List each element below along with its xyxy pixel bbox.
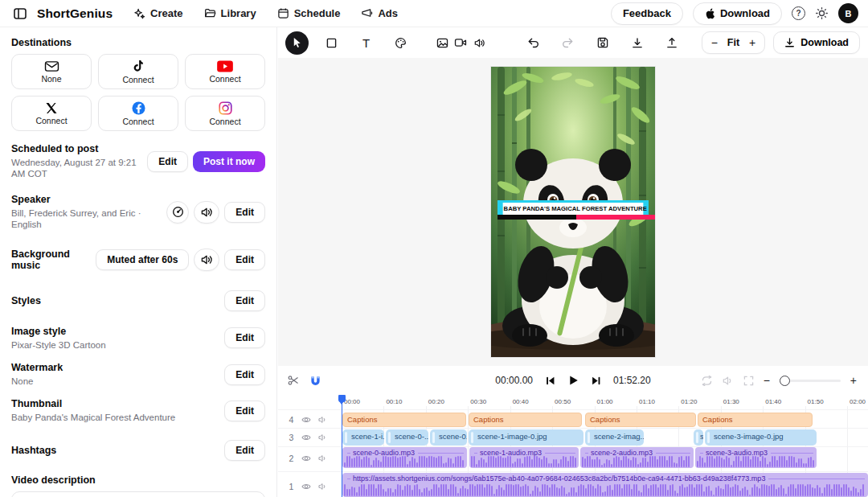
zoom-out-button[interactable]: − (711, 36, 718, 49)
zoom-slider-knob[interactable] (780, 376, 790, 386)
image-clip[interactable]: scene-1-i... (342, 429, 384, 446)
video-description-input[interactable]: Follow an adorable baby panda on an unfo… (11, 491, 265, 497)
audio-clip[interactable]: scene-1-audio.mp3 (469, 447, 579, 468)
brand-title: ShortGenius (37, 6, 113, 21)
help-icon[interactable]: ? (792, 6, 805, 20)
destination-email[interactable]: None (11, 54, 92, 89)
track-volume-icon[interactable] (318, 483, 327, 491)
share-upload-button[interactable] (660, 31, 683, 55)
hashtags-label: Hashtags (11, 445, 224, 456)
volume-icon (201, 254, 213, 265)
track-header-4: 4 (278, 413, 339, 425)
redo-button[interactable] (556, 31, 579, 55)
theme-sun-icon[interactable] (815, 6, 829, 20)
text-tool-button[interactable]: T (354, 31, 378, 55)
add-image-button[interactable] (433, 31, 451, 55)
music-clip[interactable]: https://assets.shortgenius.com/songs/6ab… (342, 473, 868, 497)
track-header-1: 1 (278, 480, 339, 492)
speaker-speed-button[interactable] (166, 201, 189, 224)
loop-icon[interactable] (701, 376, 713, 386)
timeline-zoom-in-button[interactable]: + (850, 374, 857, 387)
music-volume-button[interactable] (194, 249, 219, 271)
image-clip[interactable]: scene-3-image-0.jpg (705, 429, 817, 446)
download-video-button[interactable]: Download (773, 31, 860, 54)
zoom-in-button[interactable]: + (749, 36, 755, 49)
sidebar-toggle-icon[interactable] (10, 3, 31, 24)
ruler-tick-label: 01:30 (723, 398, 739, 405)
image-clip[interactable]: scene-0-... (386, 429, 428, 446)
app-download-button[interactable]: Download (693, 2, 782, 25)
audio-clip[interactable]: scene-2-audio.mp3 (580, 447, 694, 468)
split-scissors-button[interactable] (288, 375, 299, 386)
destination-facebook[interactable]: Connect (98, 96, 178, 131)
watermark-edit-button[interactable]: Edit (224, 364, 265, 385)
nav-item-create[interactable]: Create (133, 7, 182, 19)
speaker-value: Bill, Frederick Surrey, and Eric · Engli… (11, 207, 166, 231)
frame-tool-button[interactable] (320, 31, 343, 55)
fit-button[interactable]: Fit (727, 37, 739, 48)
select-tool-button[interactable] (285, 31, 309, 55)
image-style-label: Image style (11, 326, 224, 337)
draw-tool-button[interactable] (389, 31, 412, 55)
play-button[interactable] (567, 375, 579, 386)
eye-icon[interactable] (301, 416, 311, 424)
image-clip[interactable]: scene-1-image-0.jpg (469, 429, 583, 446)
post-it-now-button[interactable]: Post it now (193, 151, 265, 172)
ruler-tick-label: 01:50 (808, 398, 824, 405)
caption-clip[interactable]: Captions (585, 413, 696, 427)
destination-tiktok[interactable]: Connect (98, 54, 178, 89)
audio-clip[interactable]: scene-3-audio.mp3 (695, 447, 817, 468)
caption-banner[interactable]: BABY PANDA'S MAGICAL FOREST ADVENTURE (497, 200, 649, 215)
save-button[interactable] (591, 31, 614, 55)
playhead-handle[interactable] (338, 395, 346, 402)
skip-end-button[interactable] (591, 376, 601, 386)
add-video-button[interactable] (451, 31, 470, 55)
image-clip[interactable]: scene-0... (430, 429, 467, 446)
music-edit-button[interactable]: Edit (224, 249, 265, 270)
caption-clip[interactable]: Captions (469, 413, 582, 427)
background-music-label: Background music (11, 249, 96, 271)
speaker-volume-button[interactable] (194, 201, 219, 224)
eye-icon[interactable] (301, 454, 311, 462)
eye-icon[interactable] (301, 433, 311, 442)
skip-start-button[interactable] (545, 376, 555, 386)
caption-clip[interactable]: Captions (698, 413, 813, 427)
nav-item-ads[interactable]: Ads (361, 7, 398, 19)
image-clip[interactable]: scene-2-imag... (585, 429, 644, 446)
video-preview[interactable]: BABY PANDA'S MAGICAL FOREST ADVENTURE (491, 67, 655, 357)
audio-clip[interactable]: scene-0-audio.mp3 (342, 447, 467, 468)
destination-instagram[interactable]: Connect (185, 96, 265, 131)
canvas-zoom-control: − Fit + (702, 31, 766, 54)
caption-clip[interactable]: Captions (342, 413, 466, 427)
gauge-icon (172, 206, 184, 218)
timeline-zoom-slider[interactable] (780, 376, 841, 386)
scheduled-edit-button[interactable]: Edit (147, 151, 188, 172)
image-style-edit-button[interactable]: Edit (224, 327, 265, 348)
track-volume-icon[interactable] (318, 454, 327, 462)
feedback-button[interactable]: Feedback (611, 2, 683, 25)
main-nav: Create Library Schedule (133, 7, 398, 19)
image-clip[interactable]: s (694, 429, 703, 446)
mute-volume-icon[interactable] (723, 376, 734, 386)
speaker-edit-button[interactable]: Edit (224, 202, 265, 223)
destination-x[interactable]: Connect (11, 96, 92, 131)
music-muted-button[interactable]: Muted after 60s (96, 249, 189, 270)
export-download-icon-button[interactable] (625, 31, 649, 55)
folder-icon (204, 7, 216, 19)
hashtags-edit-button[interactable]: Edit (224, 440, 265, 461)
thumbnail-edit-button[interactable]: Edit (224, 400, 265, 421)
fullscreen-icon[interactable] (743, 376, 754, 386)
nav-item-library[interactable]: Library (204, 7, 256, 19)
eye-icon[interactable] (301, 483, 311, 491)
track-volume-icon[interactable] (318, 433, 327, 442)
nav-item-schedule[interactable]: Schedule (277, 7, 341, 19)
snap-magnet-button[interactable] (310, 376, 321, 386)
track-volume-icon[interactable] (318, 416, 327, 424)
user-avatar[interactable]: B (838, 3, 858, 23)
add-audio-button[interactable] (470, 31, 489, 55)
destination-youtube[interactable]: Connect (185, 54, 265, 89)
styles-edit-button[interactable]: Edit (224, 290, 265, 311)
undo-button[interactable] (522, 31, 545, 55)
timeline-zoom-out-button[interactable]: − (764, 374, 770, 387)
playhead-line (342, 402, 343, 497)
